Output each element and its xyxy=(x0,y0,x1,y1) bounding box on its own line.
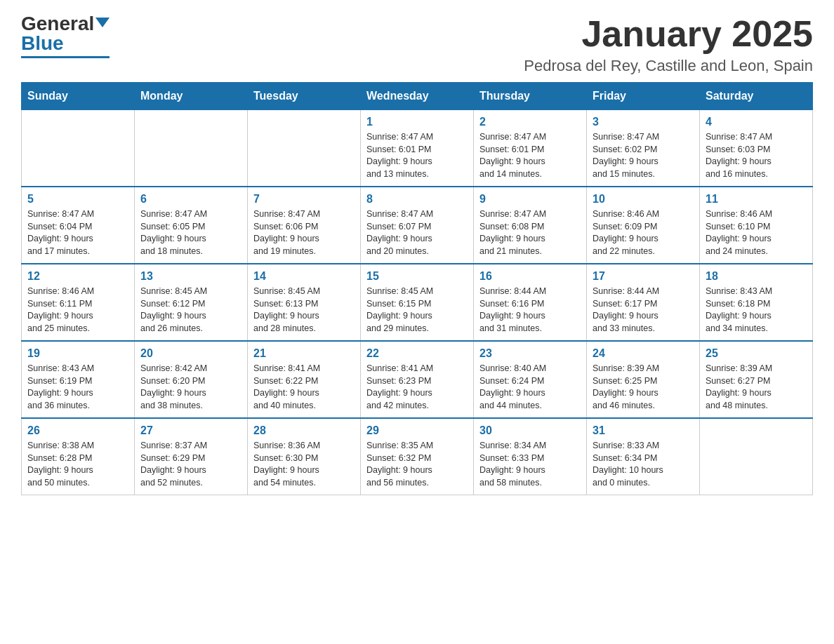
day-number: 25 xyxy=(706,347,807,360)
calendar-cell: 25Sunrise: 8:39 AM Sunset: 6:27 PM Dayli… xyxy=(700,341,813,418)
calendar-cell: 22Sunrise: 8:41 AM Sunset: 6:23 PM Dayli… xyxy=(361,341,474,418)
calendar-week-row: 12Sunrise: 8:46 AM Sunset: 6:11 PM Dayli… xyxy=(22,264,813,341)
logo-blue-text: Blue xyxy=(21,34,64,53)
day-info: Sunrise: 8:47 AM Sunset: 6:01 PM Dayligh… xyxy=(366,131,468,180)
day-info: Sunrise: 8:38 AM Sunset: 6:28 PM Dayligh… xyxy=(27,440,128,489)
logo: General Blue xyxy=(21,14,110,58)
day-info: Sunrise: 8:46 AM Sunset: 6:09 PM Dayligh… xyxy=(593,208,694,257)
day-info: Sunrise: 8:39 AM Sunset: 6:27 PM Dayligh… xyxy=(706,363,807,412)
day-number: 7 xyxy=(253,193,355,206)
calendar-cell: 6Sunrise: 8:47 AM Sunset: 6:05 PM Daylig… xyxy=(135,187,248,264)
day-number: 5 xyxy=(27,193,128,206)
day-info: Sunrise: 8:40 AM Sunset: 6:24 PM Dayligh… xyxy=(479,363,581,412)
day-of-week-tuesday: Tuesday xyxy=(248,83,361,110)
calendar-cell: 5Sunrise: 8:47 AM Sunset: 6:04 PM Daylig… xyxy=(22,187,135,264)
day-number: 16 xyxy=(479,270,581,283)
day-number: 23 xyxy=(479,347,581,360)
calendar-cell: 30Sunrise: 8:34 AM Sunset: 6:33 PM Dayli… xyxy=(474,418,587,495)
day-number: 2 xyxy=(479,116,581,128)
day-info: Sunrise: 8:45 AM Sunset: 6:13 PM Dayligh… xyxy=(253,286,355,335)
calendar-cell: 3Sunrise: 8:47 AM Sunset: 6:02 PM Daylig… xyxy=(587,110,700,187)
calendar-cell: 23Sunrise: 8:40 AM Sunset: 6:24 PM Dayli… xyxy=(474,341,587,418)
day-info: Sunrise: 8:47 AM Sunset: 6:06 PM Dayligh… xyxy=(253,208,355,257)
day-info: Sunrise: 8:47 AM Sunset: 6:05 PM Dayligh… xyxy=(140,208,241,257)
calendar-cell: 20Sunrise: 8:42 AM Sunset: 6:20 PM Dayli… xyxy=(135,341,248,418)
calendar-week-row: 5Sunrise: 8:47 AM Sunset: 6:04 PM Daylig… xyxy=(22,187,813,264)
calendar-cell: 2Sunrise: 8:47 AM Sunset: 6:01 PM Daylig… xyxy=(474,110,587,187)
logo-triangle-icon xyxy=(95,18,110,27)
calendar-cell: 16Sunrise: 8:44 AM Sunset: 6:16 PM Dayli… xyxy=(474,264,587,341)
day-number: 22 xyxy=(366,347,468,360)
day-info: Sunrise: 8:43 AM Sunset: 6:19 PM Dayligh… xyxy=(27,363,128,412)
day-number: 10 xyxy=(593,193,694,206)
calendar-cell: 21Sunrise: 8:41 AM Sunset: 6:22 PM Dayli… xyxy=(248,341,361,418)
day-number: 6 xyxy=(140,193,241,206)
day-number: 26 xyxy=(27,424,128,437)
days-of-week-row: SundayMondayTuesdayWednesdayThursdayFrid… xyxy=(22,83,813,110)
day-number: 30 xyxy=(479,424,581,437)
day-info: Sunrise: 8:46 AM Sunset: 6:11 PM Dayligh… xyxy=(27,286,128,335)
day-info: Sunrise: 8:47 AM Sunset: 6:03 PM Dayligh… xyxy=(706,131,807,180)
day-info: Sunrise: 8:45 AM Sunset: 6:15 PM Dayligh… xyxy=(366,286,468,335)
day-info: Sunrise: 8:42 AM Sunset: 6:20 PM Dayligh… xyxy=(140,363,241,412)
day-number: 13 xyxy=(140,270,241,283)
calendar-cell: 19Sunrise: 8:43 AM Sunset: 6:19 PM Dayli… xyxy=(22,341,135,418)
day-info: Sunrise: 8:44 AM Sunset: 6:17 PM Dayligh… xyxy=(593,286,694,335)
calendar-cell: 11Sunrise: 8:46 AM Sunset: 6:10 PM Dayli… xyxy=(700,187,813,264)
calendar-cell: 12Sunrise: 8:46 AM Sunset: 6:11 PM Dayli… xyxy=(22,264,135,341)
day-info: Sunrise: 8:47 AM Sunset: 6:07 PM Dayligh… xyxy=(366,208,468,257)
calendar-cell: 8Sunrise: 8:47 AM Sunset: 6:07 PM Daylig… xyxy=(361,187,474,264)
subtitle: Pedrosa del Rey, Castille and Leon, Spai… xyxy=(524,57,813,75)
day-number: 31 xyxy=(593,424,694,437)
day-number: 27 xyxy=(140,424,241,437)
day-of-week-friday: Friday xyxy=(587,83,700,110)
calendar-cell: 17Sunrise: 8:44 AM Sunset: 6:17 PM Dayli… xyxy=(587,264,700,341)
calendar-cell: 26Sunrise: 8:38 AM Sunset: 6:28 PM Dayli… xyxy=(22,418,135,495)
day-info: Sunrise: 8:47 AM Sunset: 6:04 PM Dayligh… xyxy=(27,208,128,257)
day-info: Sunrise: 8:35 AM Sunset: 6:32 PM Dayligh… xyxy=(366,440,468,489)
calendar-week-row: 1Sunrise: 8:47 AM Sunset: 6:01 PM Daylig… xyxy=(22,110,813,187)
day-info: Sunrise: 8:33 AM Sunset: 6:34 PM Dayligh… xyxy=(593,440,694,489)
calendar-cell: 4Sunrise: 8:47 AM Sunset: 6:03 PM Daylig… xyxy=(700,110,813,187)
main-title: January 2025 xyxy=(524,14,813,54)
day-number: 3 xyxy=(593,116,694,128)
logo-general-text: General xyxy=(21,14,94,34)
day-of-week-monday: Monday xyxy=(135,83,248,110)
day-info: Sunrise: 8:45 AM Sunset: 6:12 PM Dayligh… xyxy=(140,286,241,335)
day-info: Sunrise: 8:47 AM Sunset: 6:01 PM Dayligh… xyxy=(479,131,581,180)
day-number: 9 xyxy=(479,193,581,206)
calendar-cell: 29Sunrise: 8:35 AM Sunset: 6:32 PM Dayli… xyxy=(361,418,474,495)
day-info: Sunrise: 8:39 AM Sunset: 6:25 PM Dayligh… xyxy=(593,363,694,412)
day-of-week-thursday: Thursday xyxy=(474,83,587,110)
day-number: 17 xyxy=(593,270,694,283)
calendar-cell: 18Sunrise: 8:43 AM Sunset: 6:18 PM Dayli… xyxy=(700,264,813,341)
calendar-cell: 28Sunrise: 8:36 AM Sunset: 6:30 PM Dayli… xyxy=(248,418,361,495)
day-info: Sunrise: 8:36 AM Sunset: 6:30 PM Dayligh… xyxy=(253,440,355,489)
day-number: 1 xyxy=(366,116,468,128)
title-section: January 2025 Pedrosa del Rey, Castille a… xyxy=(524,14,813,75)
day-number: 14 xyxy=(253,270,355,283)
day-info: Sunrise: 8:46 AM Sunset: 6:10 PM Dayligh… xyxy=(706,208,807,257)
day-number: 18 xyxy=(706,270,807,283)
calendar-cell: 10Sunrise: 8:46 AM Sunset: 6:09 PM Dayli… xyxy=(587,187,700,264)
calendar-cell: 13Sunrise: 8:45 AM Sunset: 6:12 PM Dayli… xyxy=(135,264,248,341)
page-header: General Blue January 2025 Pedrosa del Re… xyxy=(21,14,813,75)
day-number: 11 xyxy=(706,193,807,206)
calendar-cell xyxy=(248,110,361,187)
calendar-cell: 1Sunrise: 8:47 AM Sunset: 6:01 PM Daylig… xyxy=(361,110,474,187)
day-info: Sunrise: 8:41 AM Sunset: 6:23 PM Dayligh… xyxy=(366,363,468,412)
calendar-cell: 24Sunrise: 8:39 AM Sunset: 6:25 PM Dayli… xyxy=(587,341,700,418)
day-info: Sunrise: 8:34 AM Sunset: 6:33 PM Dayligh… xyxy=(479,440,581,489)
day-number: 4 xyxy=(706,116,807,128)
calendar-cell xyxy=(700,418,813,495)
day-number: 29 xyxy=(366,424,468,437)
day-number: 8 xyxy=(366,193,468,206)
day-of-week-wednesday: Wednesday xyxy=(361,83,474,110)
day-info: Sunrise: 8:37 AM Sunset: 6:29 PM Dayligh… xyxy=(140,440,241,489)
calendar-cell: 27Sunrise: 8:37 AM Sunset: 6:29 PM Dayli… xyxy=(135,418,248,495)
calendar-cell: 9Sunrise: 8:47 AM Sunset: 6:08 PM Daylig… xyxy=(474,187,587,264)
calendar-week-row: 26Sunrise: 8:38 AM Sunset: 6:28 PM Dayli… xyxy=(22,418,813,495)
day-number: 28 xyxy=(253,424,355,437)
day-of-week-sunday: Sunday xyxy=(22,83,135,110)
calendar-cell xyxy=(22,110,135,187)
